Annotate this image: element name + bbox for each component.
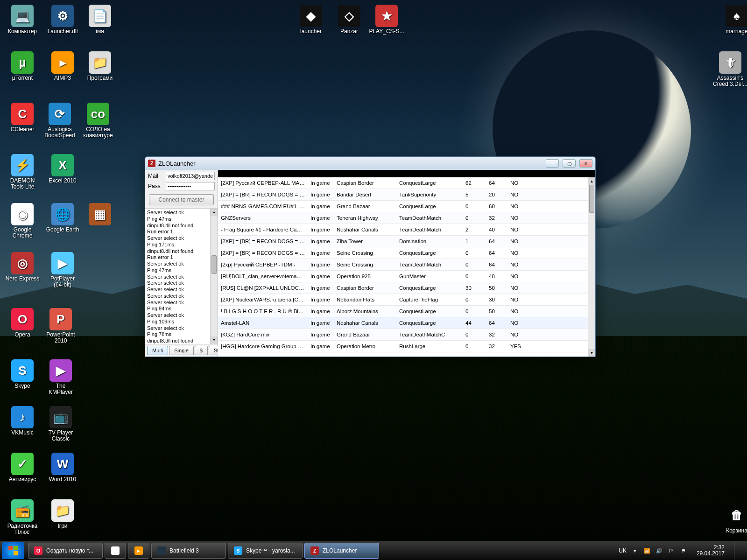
desktop-icon[interactable]: 📺TV Player Classic bbox=[43, 406, 78, 442]
icon-label: СОЛО на клавиатуре bbox=[80, 126, 116, 139]
tray-icon[interactable]: ▾ bbox=[631, 547, 639, 554]
desktop-icon[interactable]: ⚙Launcher.dll bbox=[45, 5, 80, 35]
log-line: Server select ok bbox=[147, 235, 216, 242]
desktop-icon[interactable]: ▦ bbox=[82, 203, 118, 227]
desktop-icon[interactable]: ⚡DAEMON Tools Lite bbox=[5, 154, 40, 190]
scroll-down-icon[interactable]: ▼ bbox=[588, 349, 595, 357]
desktop-icon[interactable]: ◉Google Chrome bbox=[5, 203, 40, 239]
desktop-icon[interactable]: ▸AIMP3 bbox=[45, 51, 80, 81]
desktop-icon[interactable]: 📁Ігри bbox=[45, 499, 80, 529]
taskbar-button[interactable]: OСоздать новую т... bbox=[28, 543, 103, 559]
close-button[interactable]: ✕ bbox=[579, 159, 592, 168]
minimize-button[interactable]: — bbox=[546, 159, 559, 168]
taskbar-button[interactable]: ◉ bbox=[105, 543, 126, 559]
app-icon: ▸ bbox=[51, 51, 74, 74]
app-icon: ◉ bbox=[11, 203, 34, 225]
grid-scrollbar[interactable]: ▲ ▼ bbox=[588, 177, 595, 357]
scroll-up-icon[interactable]: ▲ bbox=[588, 177, 595, 185]
desktop-icon[interactable]: ✓Антивирус bbox=[5, 453, 40, 483]
tab-dollar[interactable]: $ bbox=[195, 346, 208, 355]
server-row[interactable]: [RU]BOLT_clan_server+votemap+voteIn game… bbox=[218, 271, 595, 282]
footer-tabs: Multi Single $ Stats bbox=[145, 344, 218, 357]
pass-label: Pass bbox=[148, 183, 163, 189]
desktop-icon[interactable]: 🗑Корзина bbox=[719, 504, 747, 534]
desktop-icon[interactable]: 💻Компьютер bbox=[5, 5, 40, 35]
desktop-icon[interactable]: XExcel 2010 bbox=[45, 154, 80, 184]
desktop-icon[interactable]: ♪VKMusic bbox=[5, 406, 40, 436]
icon-label: Excel 2010 bbox=[45, 178, 80, 184]
desktop-icon[interactable]: 📄iмя bbox=[82, 5, 118, 35]
server-row[interactable]: [2XP] = [BR] = RECON DOGS = SPTZ :In gam… bbox=[218, 236, 595, 247]
server-row[interactable]: [2XP] NuclearWARS.ru arena [CTF|HAIn gam… bbox=[218, 294, 595, 306]
desktop-icon[interactable]: OOpera bbox=[5, 308, 40, 338]
server-row[interactable]: [HGG] Hardcore Gaming Group - Rush/AIn g… bbox=[218, 341, 595, 352]
volume-icon[interactable]: 🔊 bbox=[655, 547, 663, 554]
server-row[interactable]: [2XP] Русский СЕРВЕР-ALL MAPS-In gameCas… bbox=[218, 177, 595, 189]
server-row[interactable]: Amstel-LANIn gameNoshahar CanalsConquest… bbox=[218, 317, 595, 329]
taskbar-button[interactable]: SSkype™ - yarosla... bbox=[228, 543, 303, 559]
titlebar[interactable]: Z ZLOLauncher — ▢ ✕ bbox=[145, 157, 595, 170]
network-icon[interactable]: 📶 bbox=[643, 547, 651, 554]
server-row[interactable]: ### NRNS-GAMES.COM EU#1 VOTEKIn gameGran… bbox=[218, 201, 595, 212]
desktop-icon[interactable]: WWord 2010 bbox=[45, 453, 80, 483]
desktop-icon[interactable]: ⟳Auslogics BoostSpeed bbox=[42, 103, 78, 139]
taskbar-button[interactable]: ▸ bbox=[128, 543, 149, 559]
server-row[interactable]: [2xp] Русский СЕРВЕР -TDM -In gameSeine … bbox=[218, 259, 595, 271]
server-row[interactable]: ! B I G S H O O T E R . R U ® Big ConquI… bbox=[218, 306, 595, 317]
start-button[interactable] bbox=[2, 542, 24, 559]
server-row[interactable]: GNZServersIn gameTeheran HighwayTeamDeat… bbox=[218, 212, 595, 224]
grid-header[interactable] bbox=[218, 170, 595, 177]
app-icon: 📁 bbox=[51, 499, 74, 522]
app-icon: 💻 bbox=[11, 5, 34, 27]
log-line: dinput8.dll not found bbox=[147, 223, 216, 229]
clock[interactable]: 2:32 29.04.2017 bbox=[692, 545, 727, 557]
desktop-icon[interactable]: PPowerPoint 2010 bbox=[43, 308, 78, 344]
server-row[interactable]: - Frag Square #1 - Hardcore Canals TDIn … bbox=[218, 224, 595, 236]
flag-icon[interactable]: 🏳 bbox=[668, 547, 675, 554]
mail-input[interactable] bbox=[166, 172, 215, 180]
pass-input[interactable] bbox=[166, 182, 215, 190]
show-desktop-button[interactable] bbox=[734, 542, 740, 560]
server-row[interactable]: [2XP] = [BR] = RECON DOGS = SPTZ :In gam… bbox=[218, 247, 595, 259]
desktop-icon[interactable]: ♠marriage bbox=[719, 5, 747, 35]
log-line: dinput8.dll not found bbox=[147, 248, 216, 255]
desktop-icon[interactable]: µµTorrent bbox=[5, 51, 40, 81]
icon-label: PowerPoint 2010 bbox=[43, 332, 78, 344]
desktop-icon[interactable]: ◎Nero Express bbox=[5, 252, 40, 282]
desktop-icon[interactable]: ★PLAY_CS-S... bbox=[369, 5, 404, 35]
desktop-icon[interactable]: ◆launcher bbox=[293, 5, 329, 35]
desktop-icon[interactable]: 🗡Assassin's Creed 3.Del... bbox=[712, 51, 747, 87]
log-scrollbar[interactable]: ▲ ▼ bbox=[210, 209, 218, 344]
desktop-icon[interactable]: ▶The KMPlayer bbox=[43, 359, 78, 395]
scroll-up-icon[interactable]: ▲ bbox=[211, 209, 218, 216]
server-row[interactable]: [KGZ] HardCore mixIn gameGrand BazaarTea… bbox=[218, 329, 595, 341]
desktop-icon[interactable]: ▶PotPlayer (64-bit) bbox=[45, 252, 80, 288]
scroll-down-icon[interactable]: ▼ bbox=[211, 336, 218, 344]
scroll-thumb[interactable] bbox=[211, 255, 217, 274]
desktop-icon[interactable]: 🌐Google Earth bbox=[45, 203, 80, 233]
desktop-icon[interactable]: SSkype bbox=[5, 359, 40, 389]
action-center-icon[interactable]: ⚑ bbox=[680, 547, 687, 554]
desktop-icon[interactable]: ◇Panzar bbox=[331, 5, 367, 35]
grid-body[interactable]: [2XP] Русский СЕРВЕР-ALL MAPS-In gameCas… bbox=[218, 177, 595, 357]
server-row[interactable]: [2XP] = [BR] = RECON DOGS = SPTZ :In gam… bbox=[218, 189, 595, 201]
icon-label: CCleaner bbox=[5, 126, 40, 133]
taskbar-button[interactable]: ZZLOLauncher bbox=[304, 543, 379, 559]
language-indicator[interactable]: UK bbox=[619, 547, 627, 554]
desktop-icon[interactable]: CCCleaner bbox=[5, 103, 40, 133]
maximize-button[interactable]: ▢ bbox=[563, 159, 576, 168]
taskbar-button[interactable]: Battlefield 3 bbox=[151, 543, 226, 559]
log-pane[interactable]: Server select okPing 47msdinput8.dll not… bbox=[145, 208, 218, 344]
log-line: Run error 1 bbox=[147, 254, 216, 261]
server-row[interactable]: [RUS] CL@N [2XP>ALL UNLOCKED>AIIn gameCa… bbox=[218, 282, 595, 294]
scroll-thumb[interactable] bbox=[589, 185, 594, 213]
tab-single[interactable]: Single bbox=[169, 346, 194, 355]
connect-button[interactable]: Connect to master bbox=[149, 194, 214, 205]
desktop-icon[interactable]: 📁Програми bbox=[82, 51, 118, 81]
desktop-icon[interactable]: 📻Радиоточка Плюс bbox=[5, 499, 40, 535]
zlolauncher-window: Z ZLOLauncher — ▢ ✕ Mail Pass Connect to… bbox=[145, 156, 596, 357]
tab-multi[interactable]: Multi bbox=[147, 346, 168, 355]
desktop-icon[interactable]: соСОЛО на клавиатуре bbox=[80, 103, 116, 139]
log-line: Server select ok bbox=[147, 325, 216, 332]
icon-label: PotPlayer (64-bit) bbox=[45, 276, 80, 288]
